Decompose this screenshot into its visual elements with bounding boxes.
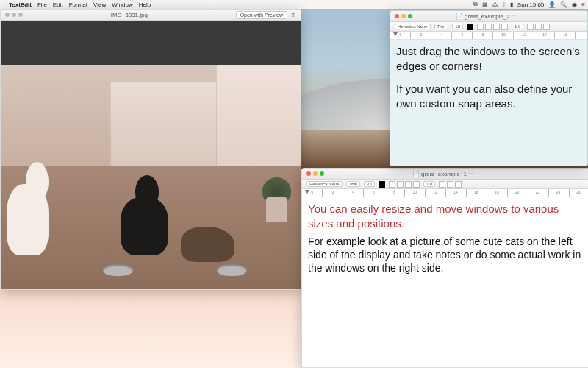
document-icon: 📄 [412,171,420,177]
textedit2-ruler[interactable]: 0 2 4 6 8 10 12 14 16 [390,32,587,40]
battery-icon[interactable]: ▮ [510,1,513,8]
menu-file[interactable]: File [37,1,47,8]
list-indent-left-icon[interactable] [439,181,445,188]
menu-format[interactable]: Format [69,1,87,8]
user-icon[interactable]: 👤 [548,1,556,8]
ruler-tick-label: 2 [411,32,431,37]
textedit1-body[interactable]: You can easily resize and move windows t… [302,197,588,367]
ruler-tick-label: 18 [487,190,507,194]
quicklook-titlebar[interactable]: IMG_3031.jpg Open with Preview ⇪ [1,10,301,21]
plant-illustration [259,177,295,222]
chevron-down-icon[interactable]: ﹀ [512,13,517,20]
zoom-button[interactable] [320,171,324,176]
quicklook-window[interactable]: IMG_3031.jpg Open with Preview ⇪ [0,9,301,290]
ruler-tick-label: 10 [493,32,514,37]
cat-tabby [181,227,234,263]
align-group[interactable] [477,24,508,30]
font-style-select[interactable]: Thin [346,181,361,187]
textedit1-ruler[interactable]: 0 2 4 6 8 10 12 14 16 18 20 22 24 26 [302,189,588,197]
menu-view[interactable]: View [93,1,106,8]
textedit1-toolbar[interactable]: Helvetica Neue Thin 20 1.0 [302,180,588,189]
app-menu[interactable]: TextEdit [9,1,32,8]
textedit2-titlebar[interactable]: 📄 great_example_2 ﹀ [390,11,587,22]
close-button[interactable] [395,14,399,18]
ruler-tick-label: 14 [445,190,466,194]
ruler-tick-label: 10 [404,190,425,194]
list-group[interactable] [439,181,462,188]
wifi-icon[interactable]: ⧋ [492,1,498,8]
zoom-button[interactable] [408,14,412,18]
minimize-button[interactable] [313,171,318,176]
align-left-icon[interactable] [477,24,484,30]
textedit2-toolbar[interactable]: Helvetica Neue Thin 18 1.0 [390,22,587,32]
open-with-preview-button[interactable]: Open with Preview [236,11,287,19]
ruler-tick-label: 16 [466,190,487,194]
share-icon[interactable]: ⇪ [290,11,296,18]
align-justify-icon[interactable] [501,24,508,30]
notification-center-icon[interactable]: ≡ [581,1,585,8]
textedit-window-2[interactable]: 📄 great_example_2 ﹀ Helvetica Neue Thin … [390,10,588,166]
spotlight-icon[interactable]: 🔍 [560,1,567,8]
traffic-lights[interactable] [306,171,324,176]
tiles-icon[interactable]: ▦ [482,1,488,8]
font-family-select[interactable]: Helvetica Neue [306,181,343,187]
font-style-select[interactable]: Thin [434,24,449,29]
quicklook-body [1,21,301,289]
ruler-tick-label: 14 [534,32,555,37]
zoom-button[interactable] [18,13,23,17]
ruler-tick-label: 4 [343,190,364,194]
ruler-tick-label: 24 [548,190,568,194]
quicklook-image [1,65,301,289]
font-size-select[interactable]: 18 [452,24,463,29]
text-color-swatch[interactable] [379,181,385,188]
ruler-tick-label: 20 [507,190,528,194]
list-indent-right-icon[interactable] [543,24,550,30]
traffic-lights[interactable] [5,13,23,17]
font-family-select[interactable]: Helvetica Neue [395,24,431,29]
menu-help[interactable]: Help [139,1,151,8]
menubar-clock[interactable]: Sun 15:05 [517,1,544,8]
close-button[interactable] [5,13,10,17]
text-color-swatch[interactable] [467,24,473,30]
ruler-tick-label: 2 [323,190,343,194]
ruler-tick-label: 8 [473,32,493,37]
quicklook-title: IMG_3031.jpg [26,12,233,18]
align-right-icon[interactable] [493,24,500,30]
align-justify-icon[interactable] [413,181,420,188]
textedit2-paragraph: Just drag the windows to the screen's ed… [396,44,581,73]
minimize-button[interactable] [401,14,406,18]
list-indent-right-icon[interactable] [455,181,462,188]
menu-edit[interactable]: Edit [53,1,63,8]
bluetooth-icon[interactable]: ᛒ [502,1,506,8]
spacing-select[interactable]: 1.0 [512,24,523,29]
textedit1-titlebar[interactable]: 📄 great_example_1 ﹀ [302,169,588,180]
ruler-tick-label: 4 [431,32,452,37]
close-button[interactable] [306,171,311,176]
font-size-select[interactable]: 20 [364,181,375,187]
ruler-tick-label: 16 [555,32,576,37]
textedit-window-1[interactable]: 📄 great_example_1 ﹀ Helvetica Neue Thin … [301,168,588,368]
spacing-select[interactable]: 1.0 [423,181,435,187]
siri-icon[interactable]: ◉ [572,1,577,8]
align-right-icon[interactable] [405,181,412,188]
align-center-icon[interactable] [485,24,492,30]
list-style-icon[interactable] [447,181,453,188]
ruler-tick-label: 22 [527,190,548,194]
list-group[interactable] [527,24,550,30]
textedit1-title: great_example_1 [421,171,467,177]
traffic-lights[interactable] [395,14,412,18]
textedit2-paragraph: If you want you can also define your own… [396,82,581,110]
chevron-down-icon[interactable]: ﹀ [468,171,474,177]
ruler-tick-label: 0 [390,32,411,37]
dropbox-icon[interactable]: ⧉ [473,1,478,8]
ruler-tick-label: 6 [364,190,384,194]
menu-window[interactable]: Window [112,1,132,8]
align-center-icon[interactable] [397,181,404,188]
align-left-icon[interactable] [389,181,395,188]
list-style-icon[interactable] [535,24,542,30]
minimize-button[interactable] [12,13,16,17]
textedit2-body[interactable]: Just drag the windows to the screen's ed… [390,40,587,166]
textedit1-paragraph-black: For example look at a picture of some cu… [308,235,583,275]
list-indent-left-icon[interactable] [527,24,534,30]
align-group[interactable] [389,181,420,188]
